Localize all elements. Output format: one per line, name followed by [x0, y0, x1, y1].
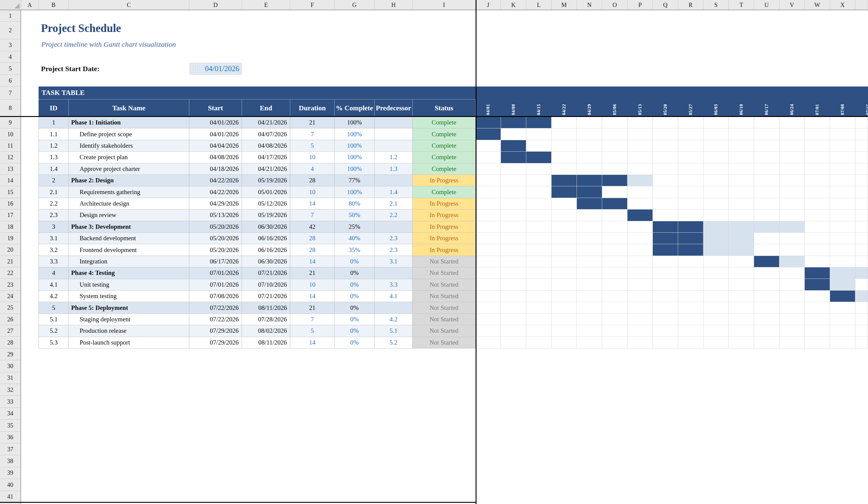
- gantt-cell[interactable]: [577, 267, 602, 279]
- cell-start[interactable]: 05/20/2026: [189, 244, 242, 256]
- cell-duration[interactable]: 14: [290, 291, 334, 302]
- gantt-cell[interactable]: [754, 175, 779, 186]
- row-header-1[interactable]: 1: [0, 10, 21, 22]
- cell-predecessor[interactable]: 5.2: [375, 337, 413, 349]
- cell-predecessor[interactable]: [375, 175, 413, 186]
- gantt-cell[interactable]: [678, 291, 703, 302]
- cell-end[interactable]: 04/17/2026: [242, 152, 290, 163]
- gantt-cell[interactable]: [501, 256, 526, 267]
- gantt-cell[interactable]: [729, 291, 754, 302]
- column-header-Q[interactable]: Q: [653, 0, 678, 10]
- gantt-cell[interactable]: [628, 325, 653, 337]
- cell-duration[interactable]: 21: [290, 302, 334, 313]
- row-header-10[interactable]: 10: [0, 128, 21, 140]
- column-header-I[interactable]: I: [413, 0, 476, 10]
- cell-pct-complete[interactable]: 100%: [334, 186, 375, 198]
- gantt-cell[interactable]: [628, 279, 653, 290]
- cell-status[interactable]: In Progress: [413, 175, 476, 186]
- gantt-cell[interactable]: [501, 244, 526, 256]
- gantt-cell[interactable]: [577, 256, 602, 267]
- gantt-cell[interactable]: [602, 221, 628, 233]
- gantt-cell[interactable]: [476, 291, 501, 302]
- gantt-cell[interactable]: [602, 302, 628, 313]
- cell-start[interactable]: 07/22/2026: [189, 314, 242, 325]
- gantt-cell[interactable]: [551, 198, 577, 209]
- cell-pct-complete[interactable]: 77%: [334, 175, 375, 186]
- row-header-8[interactable]: 8: [0, 100, 21, 117]
- gantt-cell[interactable]: [602, 140, 628, 152]
- gantt-cell[interactable]: [628, 233, 653, 244]
- cell-duration[interactable]: 10: [290, 152, 334, 163]
- gantt-cell[interactable]: [754, 244, 779, 256]
- gantt-cell[interactable]: [526, 140, 551, 152]
- cell-predecessor[interactable]: [375, 221, 413, 233]
- gantt-cell[interactable]: [602, 128, 628, 140]
- gantt-cell[interactable]: [678, 209, 703, 221]
- cell-id[interactable]: 5.1: [39, 314, 69, 325]
- gantt-cell[interactable]: [805, 325, 830, 337]
- gantt-bar-remaining[interactable]: [729, 233, 754, 244]
- gantt-cell[interactable]: [678, 337, 703, 348]
- gantt-cell[interactable]: [754, 233, 779, 244]
- gantt-cell[interactable]: [476, 233, 501, 244]
- cell-task-name[interactable]: Phase 5: Deployment: [69, 302, 189, 313]
- gantt-cell[interactable]: [577, 209, 602, 221]
- gantt-cell[interactable]: [526, 221, 551, 233]
- gantt-bar-filled[interactable]: [551, 186, 577, 198]
- gantt-cell[interactable]: [703, 337, 729, 348]
- cell-predecessor[interactable]: 4.2: [375, 314, 413, 325]
- row-header-36[interactable]: 36: [0, 432, 21, 443]
- cell-start[interactable]: 05/13/2026: [189, 209, 242, 221]
- column-title-end[interactable]: End: [242, 100, 290, 117]
- cell-duration[interactable]: 14: [290, 337, 334, 349]
- project-start-date-input[interactable]: 04/01/2026: [189, 63, 242, 75]
- row-header-26[interactable]: 26: [0, 314, 21, 325]
- row-header-25[interactable]: 25: [0, 302, 21, 313]
- gantt-cell[interactable]: [805, 244, 830, 256]
- row-header-7[interactable]: 7: [0, 86, 21, 100]
- column-header-J[interactable]: J: [476, 0, 501, 10]
- column-header-V[interactable]: V: [779, 0, 805, 10]
- cell-duration[interactable]: 14: [290, 256, 334, 267]
- gantt-cell[interactable]: [754, 163, 779, 175]
- gantt-bar-filled[interactable]: [577, 198, 602, 209]
- gantt-cell[interactable]: [855, 128, 868, 140]
- row-header-15[interactable]: 15: [0, 186, 21, 198]
- gantt-cell[interactable]: [703, 186, 729, 198]
- gantt-cell[interactable]: [526, 163, 551, 175]
- gantt-cell[interactable]: [551, 337, 577, 348]
- gantt-cell[interactable]: [779, 314, 805, 325]
- gantt-cell[interactable]: [628, 221, 653, 233]
- cell-pct-complete[interactable]: 0%: [334, 314, 375, 325]
- column-header-A[interactable]: A: [21, 0, 39, 10]
- cell-end[interactable]: 06/16/2026: [242, 244, 290, 256]
- gantt-cell[interactable]: [653, 325, 678, 337]
- gantt-cell[interactable]: [855, 233, 868, 244]
- gantt-cell[interactable]: [729, 325, 754, 337]
- cell-predecessor[interactable]: 2.1: [375, 198, 413, 209]
- gantt-cell[interactable]: [830, 186, 855, 198]
- gantt-cell[interactable]: [653, 337, 678, 348]
- gantt-cell[interactable]: [577, 337, 602, 348]
- gantt-cell[interactable]: [779, 152, 805, 163]
- column-header-X[interactable]: X: [830, 0, 855, 10]
- gantt-cell[interactable]: [653, 209, 678, 221]
- cell-status[interactable]: Not Started: [413, 279, 476, 291]
- gantt-cell[interactable]: [476, 140, 501, 152]
- cell-task-name[interactable]: Create project plan: [69, 152, 189, 163]
- gantt-cell[interactable]: [678, 175, 703, 186]
- column-header-D[interactable]: D: [189, 0, 242, 10]
- gantt-cell[interactable]: [551, 117, 577, 128]
- cell-pct-complete[interactable]: 100%: [334, 152, 375, 163]
- cell-predecessor[interactable]: [375, 302, 413, 313]
- cell-start[interactable]: 04/08/2026: [189, 152, 242, 163]
- column-header-K[interactable]: K: [501, 0, 526, 10]
- gantt-cell[interactable]: [729, 337, 754, 348]
- cell-status[interactable]: In Progress: [413, 221, 476, 233]
- gantt-cell[interactable]: [805, 291, 830, 302]
- gantt-cell[interactable]: [805, 175, 830, 186]
- cell-end[interactable]: 08/11/2026: [242, 337, 290, 349]
- gantt-cell[interactable]: [703, 314, 729, 325]
- gantt-cell[interactable]: [526, 337, 551, 348]
- gantt-cell[interactable]: [855, 314, 868, 325]
